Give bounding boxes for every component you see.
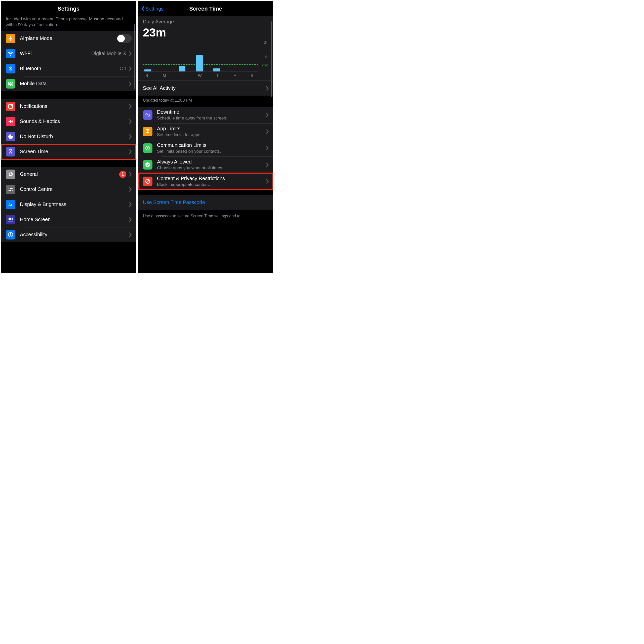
mobile-data-row[interactable]: Mobile Data	[1, 76, 136, 91]
chart-day-label: T	[216, 73, 219, 78]
chart-day-label: W	[198, 73, 202, 78]
general-row[interactable]: General 1	[1, 167, 136, 182]
communication-limits-title: Communication Limits	[157, 142, 266, 148]
chevron-right-icon	[129, 202, 132, 207]
see-all-label: See All Activity	[143, 85, 266, 91]
accessibility-label: Accessibility	[20, 232, 129, 237]
chevron-right-icon	[129, 119, 132, 124]
chart-day-label: S	[251, 73, 253, 78]
content-privacy-row[interactable]: Content & Privacy Restrictions Block ina…	[138, 173, 273, 190]
sounds-label: Sounds & Haptics	[20, 118, 129, 124]
sounds-row[interactable]: Sounds & Haptics	[1, 114, 136, 129]
screen-time-row[interactable]: Screen Time	[1, 144, 136, 159]
chevron-right-icon	[129, 82, 132, 86]
downtime-sub: Schedule time away from the screen.	[157, 116, 266, 121]
app-limits-title: App Limits	[157, 126, 266, 132]
app-limits-sub: Set time limits for apps.	[157, 132, 266, 137]
no-sign-icon	[143, 177, 152, 186]
gear-icon	[6, 170, 15, 179]
chart-ylabel-1h: 1h	[264, 55, 268, 59]
speaker-icon	[6, 117, 15, 126]
downtime-title: Downtime	[157, 109, 266, 115]
communication-limits-sub: Set limits based on your contacts.	[157, 149, 266, 154]
control-centre-row[interactable]: Control Centre	[1, 182, 136, 197]
antenna-icon	[6, 79, 15, 89]
svg-rect-9	[10, 218, 11, 219]
downtime-icon	[143, 110, 152, 120]
updated-note: Updated today at 11:00 PM	[138, 96, 273, 107]
chevron-right-icon	[129, 66, 132, 71]
downtime-row[interactable]: Downtime Schedule time away from the scr…	[138, 107, 273, 123]
accessibility-row[interactable]: Accessibility	[1, 227, 136, 242]
chart-day-label: F	[233, 73, 236, 78]
dnd-row[interactable]: Do Not Disturb	[1, 129, 136, 144]
passcode-group: Use Screen Time Passcode	[138, 195, 273, 210]
chevron-right-icon	[129, 232, 132, 237]
bluetooth-label: Bluetooth	[20, 66, 119, 71]
page-title: Settings	[58, 6, 79, 12]
switches-icon	[6, 185, 15, 194]
display-row[interactable]: AA Display & Brightness	[1, 197, 136, 212]
chart-day-label: M	[163, 73, 166, 78]
communication-limits-row[interactable]: Communication Limits Set limits based on…	[138, 140, 273, 156]
scrollbar[interactable]	[271, 21, 272, 97]
svg-point-16	[10, 233, 11, 234]
chevron-right-icon	[129, 217, 132, 222]
wifi-value: Digital Mobile X	[91, 51, 126, 56]
control-centre-label: Control Centre	[20, 186, 129, 192]
svg-rect-12	[10, 219, 11, 220]
always-allowed-title: Always Allowed	[157, 159, 266, 165]
svg-point-1	[11, 104, 13, 106]
screen-time-screen: Settings Screen Time Daily Average 23m 2…	[138, 1, 273, 273]
svg-rect-10	[12, 218, 13, 219]
scrollbar[interactable]	[134, 24, 135, 89]
chart-day-labels: SMTWTFS	[143, 73, 256, 78]
chevron-right-icon	[266, 129, 269, 134]
notifications-row[interactable]: Notifications	[1, 99, 136, 114]
bluetooth-row[interactable]: Bluetooth On	[1, 61, 136, 76]
screentime-options-group: Downtime Schedule time away from the scr…	[138, 107, 273, 190]
notifications-icon	[6, 102, 15, 111]
always-allowed-row[interactable]: Always Allowed Choose apps you want at a…	[138, 156, 273, 173]
home-grid-icon	[6, 215, 15, 224]
use-passcode-row[interactable]: Use Screen Time Passcode	[138, 195, 273, 210]
chart-bar	[179, 66, 185, 71]
chevron-left-icon	[141, 6, 145, 12]
app-limits-row[interactable]: App Limits Set time limits for apps.	[138, 123, 273, 140]
notifications-label: Notifications	[20, 103, 129, 109]
bluetooth-value: On	[119, 66, 126, 71]
svg-line-21	[146, 180, 149, 183]
chevron-right-icon	[266, 113, 269, 117]
back-button[interactable]: Settings	[141, 6, 164, 12]
content-privacy-title: Content & Privacy Restrictions	[157, 176, 266, 181]
hourglass-icon	[143, 127, 152, 136]
see-all-activity-row[interactable]: See All Activity	[138, 81, 273, 96]
use-passcode-label: Use Screen Time Passcode	[143, 199, 269, 205]
chevron-right-icon	[129, 187, 132, 192]
svg-rect-11	[9, 219, 10, 220]
wifi-row[interactable]: Wi-Fi Digital Mobile X	[1, 46, 136, 61]
chevron-right-icon	[266, 146, 269, 150]
wifi-icon	[6, 49, 15, 58]
display-label: Display & Brightness	[20, 202, 129, 207]
chart-bar	[213, 68, 220, 71]
promo-note: Included with your recent iPhone purchas…	[1, 16, 136, 31]
airplane-toggle[interactable]	[117, 34, 132, 43]
home-screen-label: Home Screen	[20, 217, 129, 222]
screen-time-label: Screen Time	[20, 149, 129, 154]
svg-text:A: A	[11, 204, 12, 207]
general-badge: 1	[119, 171, 126, 178]
navbar: Settings Screen Time	[138, 1, 273, 16]
svg-rect-13	[12, 219, 13, 220]
home-screen-row[interactable]: Home Screen	[1, 212, 136, 227]
chevron-right-icon	[129, 172, 132, 177]
chart-avg-label: avg	[262, 63, 268, 67]
airplane-mode-row[interactable]: Airplane Mode	[1, 31, 136, 46]
system-group-1: Notifications Sounds & Haptics Do Not Di…	[1, 99, 136, 159]
navbar: Settings	[1, 1, 136, 16]
airplane-icon	[6, 34, 15, 43]
daily-average-label: Daily Average	[143, 19, 268, 25]
page-title: Screen Time	[189, 6, 222, 12]
svg-rect-8	[9, 218, 10, 219]
chevron-right-icon	[266, 163, 269, 167]
